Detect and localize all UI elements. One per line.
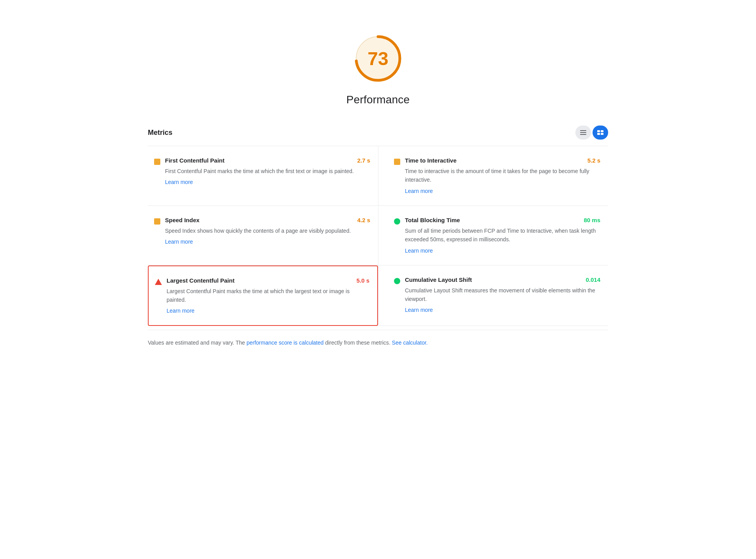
- metric-desc-tbt: Sum of all time periods between FCP and …: [405, 226, 600, 244]
- metric-desc-tti: Time to interactive is the amount of tim…: [405, 167, 600, 184]
- detail-icon: [597, 130, 603, 135]
- svg-rect-2: [580, 130, 586, 131]
- metric-name-fcp: First Contentful Paint: [165, 157, 225, 164]
- metric-desc-si: Speed Index shows how quickly the conten…: [165, 226, 370, 235]
- metric-name-cls: Cumulative Layout Shift: [405, 276, 472, 283]
- metric-desc-lcp: Largest Contentful Paint marks the time …: [167, 287, 369, 304]
- learn-more-link-lcp[interactable]: Learn more: [167, 308, 195, 314]
- footer-note: Values are estimated and may vary. The p…: [148, 330, 608, 350]
- metric-name-si: Speed Index: [165, 217, 199, 223]
- svg-rect-8: [601, 133, 603, 135]
- footer-link-score[interactable]: performance score is calculated: [247, 340, 324, 346]
- score-section: 73 Performance: [148, 16, 608, 118]
- score-circle: 73: [351, 31, 405, 86]
- square-orange-icon: [154, 159, 160, 165]
- metric-content-si: Speed Index4.2 sSpeed Index shows how qu…: [165, 217, 370, 254]
- metric-item-tbt: Total Blocking Time80 msSum of all time …: [378, 206, 608, 265]
- metric-item-lcp: Largest Contentful Paint5.0 sLargest Con…: [148, 265, 378, 326]
- learn-more-link-cls[interactable]: Learn more: [405, 307, 433, 313]
- metric-name-lcp: Largest Contentful Paint: [167, 277, 234, 284]
- metric-name-tti: Time to Interactive: [405, 157, 456, 164]
- view-toggle: [575, 126, 608, 140]
- metric-item-si: Speed Index4.2 sSpeed Index shows how qu…: [148, 206, 378, 265]
- svg-rect-6: [601, 130, 603, 132]
- metric-desc-fcp: First Contentful Paint marks the time at…: [165, 167, 370, 175]
- svg-rect-5: [597, 130, 600, 132]
- metrics-grid: First Contentful Paint2.7 sFirst Content…: [148, 146, 608, 326]
- square-orange-icon: [154, 218, 160, 225]
- metric-content-lcp: Largest Contentful Paint5.0 sLargest Con…: [167, 277, 369, 315]
- performance-label: Performance: [346, 94, 410, 106]
- metric-content-cls: Cumulative Layout Shift0.014Cumulative L…: [405, 276, 600, 315]
- metrics-title: Metrics: [148, 129, 172, 137]
- detail-view-button[interactable]: [593, 126, 608, 140]
- metric-value-tti: 5.2 s: [587, 157, 600, 164]
- metric-desc-cls: Cumulative Layout Shift measures the mov…: [405, 286, 600, 304]
- learn-more-link-fcp[interactable]: Learn more: [165, 179, 193, 185]
- footer-text-before: Values are estimated and may vary. The: [148, 340, 247, 346]
- learn-more-link-tbt[interactable]: Learn more: [405, 248, 433, 254]
- metric-item-fcp: First Contentful Paint2.7 sFirst Content…: [148, 146, 378, 206]
- metric-name-tbt: Total Blocking Time: [405, 217, 460, 223]
- list-icon: [580, 130, 586, 135]
- learn-more-link-tti[interactable]: Learn more: [405, 188, 433, 194]
- metric-item-cls: Cumulative Layout Shift0.014Cumulative L…: [378, 265, 608, 326]
- metric-value-si: 4.2 s: [357, 217, 370, 223]
- score-value: 73: [367, 48, 388, 69]
- metric-value-lcp: 5.0 s: [357, 277, 369, 284]
- metric-item-tti: Time to Interactive5.2 sTime to interact…: [378, 146, 608, 206]
- list-view-button[interactable]: [575, 126, 591, 140]
- circle-green-icon: [394, 218, 400, 225]
- learn-more-link-si[interactable]: Learn more: [165, 239, 193, 245]
- triangle-red-icon: [155, 279, 162, 285]
- metric-value-cls: 0.014: [586, 276, 600, 283]
- metrics-header: Metrics: [148, 118, 608, 146]
- svg-rect-3: [580, 132, 586, 133]
- circle-green-icon: [394, 278, 400, 284]
- footer-link-calculator[interactable]: See calculator.: [392, 340, 428, 346]
- metric-value-fcp: 2.7 s: [357, 157, 370, 164]
- metric-content-fcp: First Contentful Paint2.7 sFirst Content…: [165, 157, 370, 195]
- footer-text-middle: directly from these metrics.: [324, 340, 392, 346]
- svg-rect-7: [597, 133, 600, 135]
- svg-rect-4: [580, 134, 586, 135]
- metric-content-tbt: Total Blocking Time80 msSum of all time …: [405, 217, 600, 254]
- square-orange-icon: [394, 159, 400, 165]
- metric-content-tti: Time to Interactive5.2 sTime to interact…: [405, 157, 600, 195]
- metric-value-tbt: 80 ms: [584, 217, 600, 223]
